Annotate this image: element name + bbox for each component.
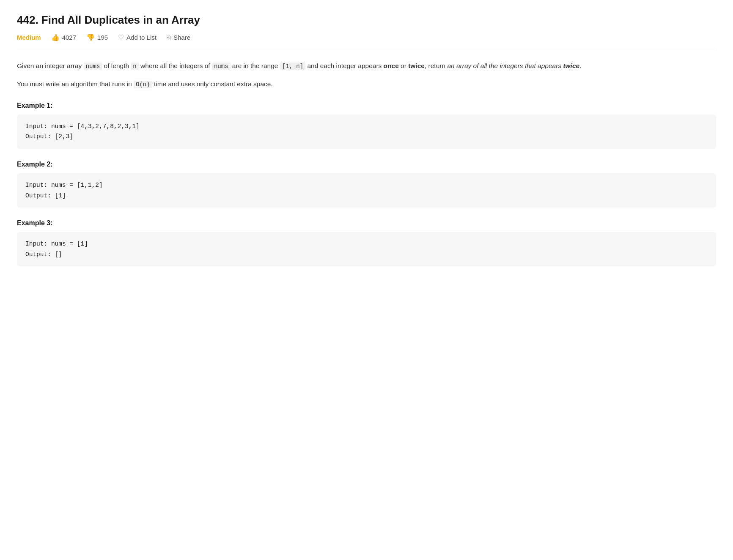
- add-to-list-button[interactable]: ♡ Add to List: [118, 33, 156, 41]
- likes-button[interactable]: 👍 4027: [51, 33, 76, 41]
- once-bold: once: [384, 62, 399, 69]
- heart-icon: ♡: [118, 33, 124, 41]
- example-3: Example 3: Input: nums = [1] Output: []: [17, 219, 716, 266]
- description-paragraph-2: You must write an algorithm that runs in…: [17, 79, 716, 90]
- example-2: Example 2: Input: nums = [1,1,2] Output:…: [17, 161, 716, 208]
- example-1: Example 1: Input: nums = [4,3,2,7,8,2,3,…: [17, 102, 716, 149]
- nums-code-2: nums: [212, 63, 231, 70]
- share-label: Share: [173, 34, 190, 41]
- example-1-input: Input: nums = [4,3,2,7,8,2,3,1]: [25, 121, 708, 132]
- range-code: [1, n]: [280, 63, 305, 70]
- on-code: O(n): [134, 81, 152, 88]
- twice-bold: twice: [408, 62, 425, 69]
- dislikes-button[interactable]: 👎 195: [86, 33, 108, 41]
- description-paragraph-1: Given an integer array nums of length n …: [17, 60, 716, 72]
- problem-description: Given an integer array nums of length n …: [17, 60, 716, 90]
- examples-section: Example 1: Input: nums = [4,3,2,7,8,2,3,…: [17, 102, 716, 267]
- dislikes-count: 195: [97, 34, 108, 41]
- n-code-1: n: [131, 63, 138, 70]
- problem-title: 442. Find All Duplicates in an Array: [17, 14, 716, 27]
- return-em: an array of all the integers that appear…: [447, 62, 579, 69]
- example-2-input: Input: nums = [1,1,2]: [25, 180, 708, 191]
- thumbs-up-icon: 👍: [51, 33, 60, 41]
- example-3-code: Input: nums = [1] Output: []: [17, 232, 716, 266]
- difficulty-badge[interactable]: Medium: [17, 34, 41, 41]
- example-3-input: Input: nums = [1]: [25, 239, 708, 249]
- example-2-code: Input: nums = [1,1,2] Output: [1]: [17, 173, 716, 208]
- example-3-output: Output: []: [25, 249, 708, 260]
- twice-em-bold: twice: [563, 62, 579, 69]
- nums-code-1: nums: [84, 63, 102, 70]
- thumbs-down-icon: 👎: [86, 33, 95, 41]
- example-1-code: Input: nums = [4,3,2,7,8,2,3,1] Output: …: [17, 115, 716, 149]
- share-icon: ⎗: [167, 34, 171, 41]
- example-2-output: Output: [1]: [25, 191, 708, 201]
- meta-row: Medium 👍 4027 👎 195 ♡ Add to List ⎗ Shar…: [17, 33, 716, 50]
- add-to-list-label: Add to List: [126, 34, 156, 41]
- example-1-output: Output: [2,3]: [25, 131, 708, 142]
- example-3-title: Example 3:: [17, 219, 716, 227]
- example-1-title: Example 1:: [17, 102, 716, 109]
- example-2-title: Example 2:: [17, 161, 716, 168]
- share-button[interactable]: ⎗ Share: [167, 34, 190, 41]
- likes-count: 4027: [62, 34, 76, 41]
